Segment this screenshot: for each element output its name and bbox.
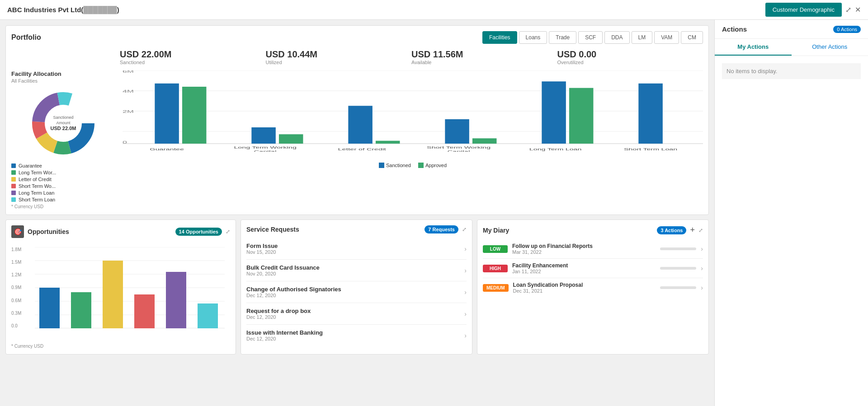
tab-scf[interactable]: SCF: [578, 31, 603, 44]
opp-chart-svg: Category 1 Category 3 Category 2 Categor…: [29, 247, 230, 328]
opportunities-badge: 14 Opportunities: [175, 228, 222, 236]
portfolio-header: Portfolio Facilities Loans Trade SCF DDA…: [11, 31, 703, 44]
svg-text:4M: 4M: [123, 89, 134, 93]
available-value: USD 11.56M: [411, 49, 550, 60]
svg-rect-19: [348, 106, 372, 144]
available-label: Available: [411, 60, 550, 65]
svg-rect-21: [445, 119, 469, 144]
overutilized-label: Overutilized: [557, 60, 696, 65]
facility-legend: Guarantee Long Term Wor... Letter of Cre…: [11, 163, 115, 202]
opportunities-chart: 1.8M 1.5M 1.2M 0.9M 0.6M 0.3M 0.0: [11, 243, 230, 342]
facility-section: Facility Allocation All Facilities: [11, 70, 703, 209]
my-diary-header: My Diary 3 Actions + ⤢: [483, 225, 703, 235]
stat-available: USD 11.56M Available: [411, 49, 557, 65]
svg-rect-41: [39, 288, 60, 328]
priority-high-badge: HIGH: [483, 265, 508, 272]
tab-trade[interactable]: Trade: [549, 31, 576, 44]
svg-rect-49: [166, 272, 186, 328]
tab-other-actions[interactable]: Other Actions: [792, 39, 868, 56]
service-item[interactable]: Change of Authorised Signatories Dec 12,…: [246, 281, 467, 303]
diary-expand-icon[interactable]: ⤢: [698, 227, 703, 233]
donut-center: SanctionedAmount USD 22.0M: [51, 115, 76, 131]
facility-alloc-title: Facility Allocation: [11, 70, 115, 77]
diary-item[interactable]: MEDIUM Loan Syndication Proposal Dec 31,…: [483, 278, 703, 297]
opportunities-header: 🎯 Opportunities 14 Opportunities ⤢: [11, 225, 230, 238]
chevron-icon: ›: [464, 289, 467, 296]
tab-facilities[interactable]: Facilities: [482, 31, 517, 44]
bar-chart-section: 6M 4M 2M 0: [123, 70, 703, 209]
facility-left: Facility Allocation All Facilities: [11, 70, 115, 209]
opportunities-expand-icon[interactable]: ⤢: [226, 229, 230, 235]
sanctioned-label: Sanctioned: [120, 60, 259, 65]
actions-title: Actions: [722, 25, 747, 33]
service-item[interactable]: Bulk Credit Card Issuance Nov 20, 2020 ›: [246, 260, 467, 281]
stat-utilized: USD 10.44M Utilized: [266, 49, 412, 65]
chevron-icon: ›: [701, 284, 703, 291]
diary-progress-bar: [660, 286, 696, 289]
tab-vam[interactable]: VAM: [654, 31, 679, 44]
my-diary-panel: My Diary 3 Actions + ⤢ LOW Follow up on …: [477, 219, 709, 355]
tab-loans[interactable]: Loans: [519, 31, 547, 44]
stat-overutilized: USD 0.00 Overutilized: [557, 49, 703, 65]
svg-text:Short Term Loan: Short Term Loan: [624, 147, 677, 152]
expand-icon[interactable]: ⤢: [845, 5, 851, 14]
close-icon[interactable]: ✕: [855, 5, 861, 14]
chevron-icon: ›: [464, 332, 467, 339]
bar-chart-svg: 6M 4M 2M 0: [123, 70, 703, 152]
svg-text:Long Term Loan: Long Term Loan: [529, 147, 582, 152]
diary-item[interactable]: LOW Follow up on Financial Reports Mar 3…: [483, 239, 703, 259]
my-diary-badge: 3 Actions: [657, 226, 686, 234]
main-layout: Portfolio Facilities Loans Trade SCF DDA…: [0, 20, 868, 406]
left-panel: Portfolio Facilities Loans Trade SCF DDA…: [0, 20, 714, 406]
actions-content: No items to display.: [715, 56, 868, 86]
masked-id: ███████: [83, 6, 117, 14]
chevron-icon: ›: [701, 245, 703, 252]
utilized-value: USD 10.44M: [266, 49, 405, 60]
svg-text:0: 0: [123, 140, 127, 145]
customer-demographic-button[interactable]: Customer Demographic: [765, 3, 842, 17]
no-items-message: No items to display.: [722, 63, 861, 79]
svg-rect-15: [155, 84, 179, 144]
stats-row: USD 22.00M Sanctioned USD 10.44M Utilize…: [11, 49, 703, 65]
opp-currency-note: * Currency USD: [11, 344, 230, 349]
sanctioned-value: USD 22.00M: [120, 49, 259, 60]
overutilized-value: USD 0.00: [557, 49, 696, 60]
actions-panel: Actions 0 Actions My Actions Other Actio…: [714, 20, 868, 406]
chevron-icon: ›: [464, 310, 467, 317]
svg-text:Capital: Capital: [254, 149, 277, 152]
svg-rect-17: [251, 127, 276, 144]
svg-text:2M: 2M: [123, 109, 134, 114]
diary-list: LOW Follow up on Financial Reports Mar 3…: [483, 239, 703, 297]
service-item[interactable]: Request for a drop box Dec 12, 2020 ›: [246, 303, 467, 325]
service-item[interactable]: Issue with Internet Banking Dec 12, 2020…: [246, 325, 467, 346]
tab-dda[interactable]: DDA: [604, 31, 629, 44]
service-requests-badge: 7 Requests: [425, 225, 458, 233]
diary-progress-bar: [660, 267, 696, 270]
service-requests-list: Form Issue Nov 15, 2020 › Bulk Credit Ca…: [246, 238, 467, 346]
tab-cm[interactable]: CM: [681, 31, 703, 44]
tab-my-actions[interactable]: My Actions: [715, 39, 792, 56]
svg-rect-24: [569, 88, 594, 144]
company-name: ABC Industries Pvt Ltd(: [7, 6, 83, 14]
service-item[interactable]: Form Issue Nov 15, 2020 ›: [246, 238, 467, 260]
actions-badge: 0 Actions: [833, 26, 861, 33]
svg-rect-25: [638, 84, 663, 144]
portfolio-tabs: Facilities Loans Trade SCF DDA LM VAM CM: [482, 31, 703, 44]
diary-item[interactable]: HIGH Facility Enhancement Jan 11, 2022 ›: [483, 259, 703, 278]
tab-lm[interactable]: LM: [632, 31, 653, 44]
priority-low-badge: LOW: [483, 245, 508, 253]
actions-tabs: My Actions Other Actions: [715, 39, 868, 56]
header: ABC Industries Pvt Ltd(███████) Customer…: [0, 0, 868, 20]
service-requests-panel: Service Requests 7 Requests ⤢ Form Issue…: [241, 219, 472, 355]
chevron-icon: ›: [701, 265, 703, 272]
svg-rect-47: [134, 294, 155, 328]
svg-rect-16: [182, 87, 207, 144]
service-requests-expand-icon[interactable]: ⤢: [462, 226, 467, 233]
header-actions: Customer Demographic ⤢ ✕: [765, 3, 861, 17]
svg-rect-43: [71, 292, 91, 328]
add-diary-button[interactable]: +: [690, 225, 695, 235]
portfolio-title: Portfolio: [11, 33, 41, 42]
svg-text:6M: 6M: [123, 70, 134, 73]
bar-chart-legend: Sanctioned Approved: [123, 163, 703, 168]
opportunities-title: Opportunities: [28, 228, 69, 235]
